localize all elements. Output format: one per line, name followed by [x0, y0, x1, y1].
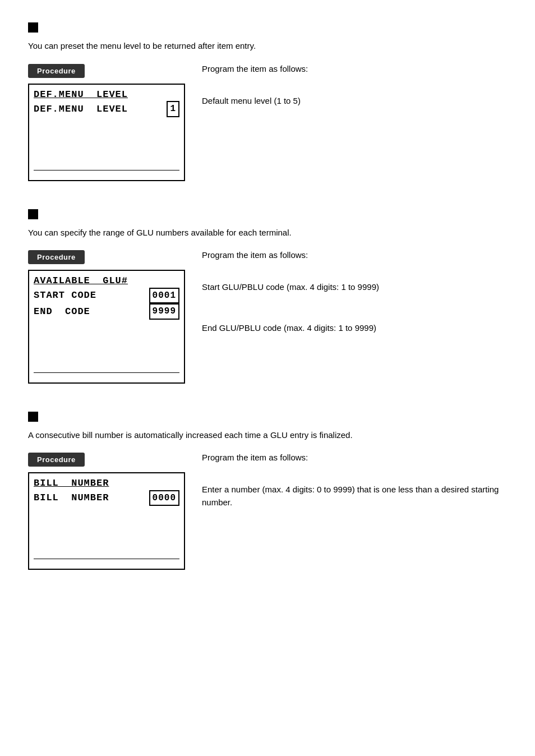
lcd-text-2-0: AVAILABLE GLU# [34, 274, 128, 288]
procedure-row-2: Procedure AVAILABLE GLU# START CODE 0001… [28, 250, 507, 384]
lcd-row-1-0: DEF.MENU LEVEL [34, 88, 179, 102]
lcd-box-2: AVAILABLE GLU# START CODE 0001 END CODE … [28, 270, 185, 384]
lcd-text-2-2: END CODE [34, 305, 90, 319]
lcd-box-1: DEF.MENU LEVEL DEF.MENU LEVEL 1 [28, 84, 185, 181]
lcd-footer-3 [34, 559, 179, 565]
section-available-glu: You can specify the range of GLU numbers… [28, 209, 507, 384]
section-bullet-1 [28, 22, 38, 33]
lcd-value-3-1: 0000 [149, 490, 179, 506]
lcd-text-3-0: BILL NUMBER [34, 477, 109, 490]
procedure-badge-2: Procedure [28, 250, 85, 264]
section-bullet-2 [28, 209, 38, 219]
section-description-3: A consecutive bill number is automatical… [28, 429, 507, 442]
lcd-value-1-1: 1 [167, 101, 179, 117]
lcd-footer-1 [34, 170, 179, 177]
lcd-spacer-3 [34, 506, 179, 556]
procedure-row-3: Procedure BILL NUMBER BILL NUMBER 0000 P… [28, 453, 507, 570]
procedure-label-1: Program the item as follows: [202, 64, 507, 73]
section-def-menu-level: You can preset the menu level to be retu… [28, 22, 507, 181]
lcd-row-2-0: AVAILABLE GLU# [34, 274, 179, 288]
lcd-text-1-0: DEF.MENU LEVEL [34, 88, 128, 102]
procedure-label-2: Program the item as follows: [202, 250, 507, 260]
procedure-right-3: Program the item as follows: Enter a num… [202, 453, 507, 509]
param-note-3-0: Enter a number (max. 4 digits: 0 to 9999… [202, 483, 507, 509]
lcd-box-3: BILL NUMBER BILL NUMBER 0000 [28, 472, 185, 570]
lcd-row-3-0: BILL NUMBER [34, 477, 179, 490]
lcd-spacer-1 [34, 117, 179, 168]
section-bullet-3 [28, 412, 38, 422]
lcd-text-1-1: DEF.MENU LEVEL [34, 103, 128, 116]
section-description-1: You can preset the menu level to be retu… [28, 40, 507, 53]
procedure-left-1: Procedure DEF.MENU LEVEL DEF.MENU LEVEL … [28, 64, 185, 181]
param-note-2-0: Start GLU/PBLU code (max. 4 digits: 1 to… [202, 281, 507, 294]
section-description-2: You can specify the range of GLU numbers… [28, 227, 507, 239]
procedure-right-1: Program the item as follows: Default men… [202, 64, 507, 108]
lcd-row-2-1: START CODE 0001 [34, 288, 179, 303]
param-note-2-1: End GLU/PBLU code (max. 4 digits: 1 to 9… [202, 322, 507, 335]
procedure-left-3: Procedure BILL NUMBER BILL NUMBER 0000 [28, 453, 185, 570]
lcd-footer-2 [34, 372, 179, 379]
procedure-left-2: Procedure AVAILABLE GLU# START CODE 0001… [28, 250, 185, 384]
lcd-row-3-1: BILL NUMBER 0000 [34, 490, 179, 506]
lcd-value-2-1: 0001 [149, 288, 179, 303]
procedure-row-1: Procedure DEF.MENU LEVEL DEF.MENU LEVEL … [28, 64, 507, 181]
procedure-label-3: Program the item as follows: [202, 453, 507, 462]
param-note-1-0: Default menu level (1 to 5) [202, 95, 507, 108]
section-bill-number: A consecutive bill number is automatical… [28, 412, 507, 570]
lcd-spacer-2 [34, 320, 179, 370]
lcd-row-2-2: END CODE 9999 [34, 303, 179, 319]
procedure-badge-3: Procedure [28, 453, 85, 467]
lcd-text-2-1: START CODE [34, 289, 96, 302]
procedure-right-2: Program the item as follows: Start GLU/P… [202, 250, 507, 334]
lcd-row-1-1: DEF.MENU LEVEL 1 [34, 101, 179, 117]
procedure-badge-1: Procedure [28, 64, 85, 78]
lcd-value-2-2: 9999 [149, 303, 179, 319]
lcd-text-3-1: BILL NUMBER [34, 491, 109, 505]
